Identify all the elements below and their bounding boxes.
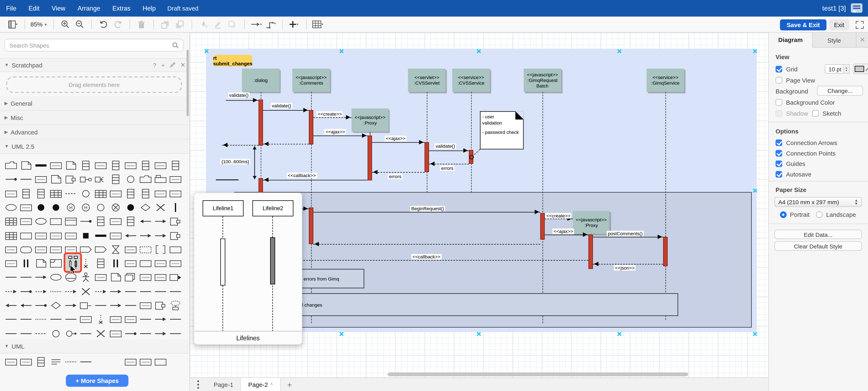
lifeline-line[interactable] bbox=[665, 92, 666, 320]
shape-black-icon[interactable] bbox=[79, 229, 93, 242]
selection-handle-icon[interactable] bbox=[752, 48, 757, 54]
zoom-in-icon[interactable] bbox=[59, 18, 71, 30]
page-tab-page-2[interactable]: Page-2^ bbox=[241, 378, 280, 391]
shape-folder-icon[interactable] bbox=[4, 159, 19, 172]
shadow-checkbox[interactable]: Shadow bbox=[775, 110, 808, 117]
lifeline-header[interactable]: :dialog bbox=[242, 69, 280, 92]
shape-iarrow-icon[interactable] bbox=[168, 271, 183, 284]
shape-card-icon[interactable] bbox=[153, 271, 168, 284]
shape-note-icon[interactable] bbox=[49, 173, 63, 186]
shape-list-icon[interactable] bbox=[19, 187, 33, 200]
lifeline-header[interactable]: <<javascript>>:Comments bbox=[292, 69, 330, 92]
shape-seqx-icon[interactable] bbox=[94, 313, 108, 326]
shape-frame-icon[interactable] bbox=[49, 257, 63, 270]
shape-line-icon[interactable] bbox=[94, 299, 108, 312]
shape-list-icon[interactable] bbox=[108, 159, 123, 172]
shape-list-icon[interactable] bbox=[34, 355, 48, 368]
shape-line-icon[interactable] bbox=[79, 355, 93, 368]
shape-arrowr-icon[interactable] bbox=[64, 299, 78, 312]
shape-line-icon[interactable] bbox=[168, 327, 183, 340]
shape-card-icon[interactable] bbox=[79, 313, 93, 326]
shape-fcircle-icon[interactable] bbox=[34, 201, 48, 214]
shape-circlearrow-icon[interactable] bbox=[64, 327, 78, 340]
shape-list-icon[interactable] bbox=[138, 187, 153, 200]
fragment-box[interactable]: all changes bbox=[268, 293, 678, 316]
grid-color-swatch[interactable] bbox=[853, 64, 868, 74]
lifeline-header[interactable]: <<javascript>>:GimqRequestBatch bbox=[524, 69, 561, 92]
shape-line-icon[interactable] bbox=[4, 271, 19, 284]
background-color-checkbox[interactable]: Background Color bbox=[775, 99, 835, 106]
line-color-icon[interactable] bbox=[212, 18, 224, 30]
option-autosave-checkbox[interactable]: Autosave bbox=[775, 171, 811, 177]
shape-note-icon[interactable] bbox=[108, 271, 123, 284]
shape-card-icon[interactable] bbox=[19, 215, 33, 228]
shape-darrow-icon[interactable] bbox=[34, 285, 48, 298]
clear-default-style-button[interactable]: Clear Default Style bbox=[774, 241, 862, 251]
shape-circle-icon[interactable] bbox=[49, 327, 63, 340]
option-connection-points-checkbox[interactable]: Connection Points bbox=[775, 150, 836, 157]
shape-card-icon[interactable] bbox=[138, 355, 153, 368]
save-exit-button[interactable]: Save & Exit bbox=[780, 20, 827, 30]
shape-note-icon[interactable] bbox=[19, 159, 33, 172]
shape-list-icon[interactable] bbox=[94, 215, 108, 228]
shape-card-icon[interactable] bbox=[49, 243, 63, 256]
close-panel-icon[interactable]: ✕ bbox=[857, 33, 868, 47]
shape-dotarrow-icon[interactable] bbox=[79, 215, 93, 228]
shape-arrowr-icon[interactable] bbox=[153, 229, 168, 242]
insert-icon[interactable] bbox=[288, 18, 301, 30]
shape-ellipse-icon[interactable] bbox=[34, 215, 48, 228]
fill-color-icon[interactable] bbox=[198, 18, 210, 30]
shape-card-icon[interactable] bbox=[108, 187, 123, 200]
shape-darrow-icon[interactable] bbox=[64, 285, 78, 298]
option-guides-checkbox[interactable]: Guides bbox=[775, 161, 805, 167]
shape-diamond-icon[interactable] bbox=[49, 299, 63, 312]
message-line[interactable] bbox=[372, 142, 425, 143]
edit-data-button[interactable]: Edit Data... bbox=[774, 230, 862, 239]
lifeline-line[interactable] bbox=[471, 92, 472, 193]
shape-dline-icon[interactable] bbox=[34, 327, 48, 340]
shape-line-icon[interactable] bbox=[79, 327, 93, 340]
shape-brackets-icon[interactable] bbox=[153, 243, 168, 256]
shape-card-icon[interactable] bbox=[4, 257, 19, 270]
shape-actor-icon[interactable] bbox=[79, 271, 93, 284]
shape-circle-icon[interactable] bbox=[123, 173, 138, 186]
shape-arrowr-icon[interactable] bbox=[108, 285, 123, 298]
shape-line-icon[interactable] bbox=[138, 327, 153, 340]
edit-icon[interactable] bbox=[170, 62, 176, 68]
shape-card-icon[interactable] bbox=[94, 159, 108, 172]
fullscreen-icon[interactable] bbox=[856, 21, 863, 29]
shape-card-icon[interactable] bbox=[4, 355, 19, 368]
shape-list-icon[interactable] bbox=[94, 257, 108, 270]
message-line[interactable] bbox=[313, 135, 368, 136]
shape-rect-icon[interactable] bbox=[138, 257, 153, 270]
activation-bar[interactable] bbox=[309, 110, 313, 144]
grid-size-stepper[interactable]: ▲▼ bbox=[844, 64, 849, 73]
sidebar-scrollbar[interactable] bbox=[186, 50, 189, 116]
shape-card-icon[interactable] bbox=[123, 243, 138, 256]
shape-line-icon[interactable] bbox=[19, 313, 33, 326]
shape-card-icon[interactable] bbox=[108, 327, 123, 340]
shape-rect-icon[interactable] bbox=[153, 355, 168, 368]
connection-style-icon[interactable] bbox=[250, 18, 262, 30]
sketch-checkbox[interactable]: Sketch bbox=[812, 110, 841, 117]
shape-pill-icon[interactable] bbox=[19, 243, 33, 256]
selection-handle-icon[interactable] bbox=[339, 331, 344, 336]
delete-icon[interactable] bbox=[135, 18, 148, 30]
message-line[interactable] bbox=[372, 172, 425, 173]
selection-handle-icon[interactable] bbox=[476, 48, 481, 54]
redo-icon[interactable] bbox=[112, 18, 124, 30]
shape-arrowr-icon[interactable] bbox=[138, 229, 153, 242]
shape-line-icon[interactable] bbox=[153, 285, 168, 298]
shape-dotarrow-icon[interactable] bbox=[19, 285, 33, 298]
shape-hcircle-icon[interactable]: H bbox=[64, 201, 78, 214]
to-back-icon[interactable] bbox=[174, 18, 186, 30]
activation-bar[interactable] bbox=[663, 237, 668, 266]
activation-bar[interactable] bbox=[309, 207, 313, 244]
shape-vbar-icon[interactable] bbox=[168, 201, 183, 214]
shape-darrow-icon[interactable] bbox=[4, 285, 19, 298]
message-line[interactable] bbox=[313, 212, 540, 213]
page-view-checkbox[interactable]: Page View bbox=[775, 77, 815, 84]
shape-card-icon[interactable] bbox=[168, 173, 183, 186]
sidebar-section-advanced[interactable]: ▶Advanced bbox=[0, 125, 190, 139]
shape-card-icon[interactable] bbox=[138, 271, 153, 284]
